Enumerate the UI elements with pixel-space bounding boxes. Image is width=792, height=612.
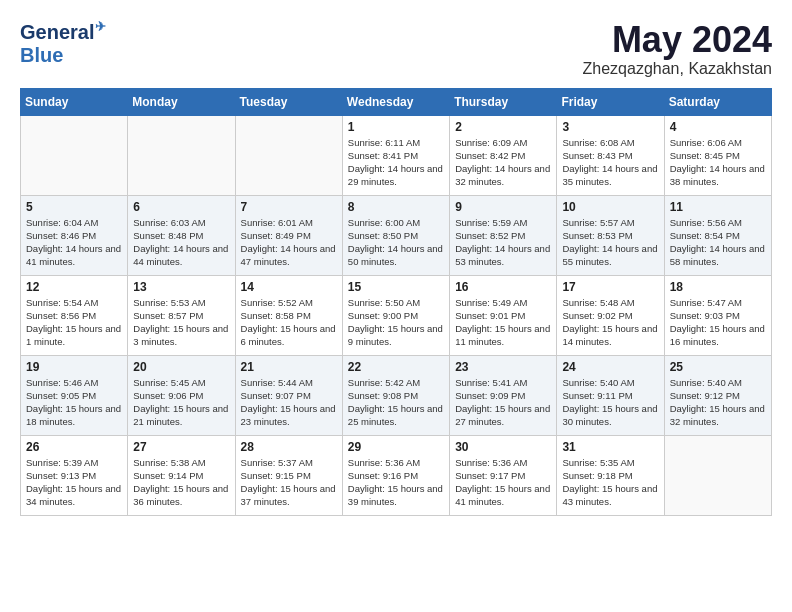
day-number: 27	[133, 440, 229, 454]
day-number: 7	[241, 200, 337, 214]
calendar-cell: 4Sunrise: 6:06 AM Sunset: 8:45 PM Daylig…	[664, 115, 771, 195]
calendar-cell: 19Sunrise: 5:46 AM Sunset: 9:05 PM Dayli…	[21, 355, 128, 435]
calendar-cell: 8Sunrise: 6:00 AM Sunset: 8:50 PM Daylig…	[342, 195, 449, 275]
calendar-cell: 7Sunrise: 6:01 AM Sunset: 8:49 PM Daylig…	[235, 195, 342, 275]
weekday-header-monday: Monday	[128, 88, 235, 115]
weekday-header-thursday: Thursday	[450, 88, 557, 115]
weekday-header-wednesday: Wednesday	[342, 88, 449, 115]
day-number: 19	[26, 360, 122, 374]
calendar-cell: 10Sunrise: 5:57 AM Sunset: 8:53 PM Dayli…	[557, 195, 664, 275]
calendar-cell	[128, 115, 235, 195]
day-info: Sunrise: 5:37 AM Sunset: 9:15 PM Dayligh…	[241, 456, 337, 509]
day-info: Sunrise: 5:41 AM Sunset: 9:09 PM Dayligh…	[455, 376, 551, 429]
day-info: Sunrise: 6:11 AM Sunset: 8:41 PM Dayligh…	[348, 136, 444, 189]
calendar-cell: 16Sunrise: 5:49 AM Sunset: 9:01 PM Dayli…	[450, 275, 557, 355]
day-info: Sunrise: 5:36 AM Sunset: 9:16 PM Dayligh…	[348, 456, 444, 509]
calendar-cell	[664, 435, 771, 515]
calendar-cell: 27Sunrise: 5:38 AM Sunset: 9:14 PM Dayli…	[128, 435, 235, 515]
day-number: 20	[133, 360, 229, 374]
logo-blue: Blue	[20, 44, 106, 66]
day-number: 15	[348, 280, 444, 294]
calendar-cell: 2Sunrise: 6:09 AM Sunset: 8:42 PM Daylig…	[450, 115, 557, 195]
day-number: 12	[26, 280, 122, 294]
weekday-header-sunday: Sunday	[21, 88, 128, 115]
calendar-cell: 30Sunrise: 5:36 AM Sunset: 9:17 PM Dayli…	[450, 435, 557, 515]
logo: General✈ Blue	[20, 20, 106, 66]
calendar-cell: 14Sunrise: 5:52 AM Sunset: 8:58 PM Dayli…	[235, 275, 342, 355]
calendar-cell: 23Sunrise: 5:41 AM Sunset: 9:09 PM Dayli…	[450, 355, 557, 435]
day-number: 18	[670, 280, 766, 294]
calendar-cell: 3Sunrise: 6:08 AM Sunset: 8:43 PM Daylig…	[557, 115, 664, 195]
day-number: 10	[562, 200, 658, 214]
day-number: 23	[455, 360, 551, 374]
day-info: Sunrise: 5:36 AM Sunset: 9:17 PM Dayligh…	[455, 456, 551, 509]
day-info: Sunrise: 5:48 AM Sunset: 9:02 PM Dayligh…	[562, 296, 658, 349]
calendar-cell	[235, 115, 342, 195]
calendar-cell: 12Sunrise: 5:54 AM Sunset: 8:56 PM Dayli…	[21, 275, 128, 355]
weekday-header-tuesday: Tuesday	[235, 88, 342, 115]
page-header: General✈ Blue May 2024 Zhezqazghan, Kaza…	[20, 20, 772, 78]
calendar-cell: 6Sunrise: 6:03 AM Sunset: 8:48 PM Daylig…	[128, 195, 235, 275]
day-number: 1	[348, 120, 444, 134]
day-number: 13	[133, 280, 229, 294]
calendar-cell: 13Sunrise: 5:53 AM Sunset: 8:57 PM Dayli…	[128, 275, 235, 355]
day-info: Sunrise: 5:59 AM Sunset: 8:52 PM Dayligh…	[455, 216, 551, 269]
calendar-cell: 17Sunrise: 5:48 AM Sunset: 9:02 PM Dayli…	[557, 275, 664, 355]
day-number: 2	[455, 120, 551, 134]
day-info: Sunrise: 6:01 AM Sunset: 8:49 PM Dayligh…	[241, 216, 337, 269]
day-info: Sunrise: 5:57 AM Sunset: 8:53 PM Dayligh…	[562, 216, 658, 269]
calendar-table: SundayMondayTuesdayWednesdayThursdayFrid…	[20, 88, 772, 516]
day-number: 11	[670, 200, 766, 214]
weekday-header-saturday: Saturday	[664, 88, 771, 115]
day-number: 21	[241, 360, 337, 374]
calendar-cell: 18Sunrise: 5:47 AM Sunset: 9:03 PM Dayli…	[664, 275, 771, 355]
calendar-cell: 21Sunrise: 5:44 AM Sunset: 9:07 PM Dayli…	[235, 355, 342, 435]
day-info: Sunrise: 5:42 AM Sunset: 9:08 PM Dayligh…	[348, 376, 444, 429]
day-number: 4	[670, 120, 766, 134]
day-info: Sunrise: 5:46 AM Sunset: 9:05 PM Dayligh…	[26, 376, 122, 429]
day-info: Sunrise: 5:47 AM Sunset: 9:03 PM Dayligh…	[670, 296, 766, 349]
day-number: 24	[562, 360, 658, 374]
calendar-cell: 9Sunrise: 5:59 AM Sunset: 8:52 PM Daylig…	[450, 195, 557, 275]
day-info: Sunrise: 5:52 AM Sunset: 8:58 PM Dayligh…	[241, 296, 337, 349]
day-number: 14	[241, 280, 337, 294]
location-subtitle: Zhezqazghan, Kazakhstan	[583, 60, 772, 78]
calendar-cell: 20Sunrise: 5:45 AM Sunset: 9:06 PM Dayli…	[128, 355, 235, 435]
day-number: 8	[348, 200, 444, 214]
day-info: Sunrise: 6:03 AM Sunset: 8:48 PM Dayligh…	[133, 216, 229, 269]
weekday-header-friday: Friday	[557, 88, 664, 115]
day-info: Sunrise: 5:50 AM Sunset: 9:00 PM Dayligh…	[348, 296, 444, 349]
calendar-cell: 1Sunrise: 6:11 AM Sunset: 8:41 PM Daylig…	[342, 115, 449, 195]
calendar-cell: 5Sunrise: 6:04 AM Sunset: 8:46 PM Daylig…	[21, 195, 128, 275]
day-info: Sunrise: 5:38 AM Sunset: 9:14 PM Dayligh…	[133, 456, 229, 509]
day-info: Sunrise: 6:00 AM Sunset: 8:50 PM Dayligh…	[348, 216, 444, 269]
day-info: Sunrise: 5:40 AM Sunset: 9:12 PM Dayligh…	[670, 376, 766, 429]
day-number: 30	[455, 440, 551, 454]
day-number: 25	[670, 360, 766, 374]
day-info: Sunrise: 5:45 AM Sunset: 9:06 PM Dayligh…	[133, 376, 229, 429]
calendar-cell: 31Sunrise: 5:35 AM Sunset: 9:18 PM Dayli…	[557, 435, 664, 515]
day-info: Sunrise: 5:39 AM Sunset: 9:13 PM Dayligh…	[26, 456, 122, 509]
day-info: Sunrise: 5:49 AM Sunset: 9:01 PM Dayligh…	[455, 296, 551, 349]
day-info: Sunrise: 5:35 AM Sunset: 9:18 PM Dayligh…	[562, 456, 658, 509]
day-info: Sunrise: 5:54 AM Sunset: 8:56 PM Dayligh…	[26, 296, 122, 349]
calendar-cell: 15Sunrise: 5:50 AM Sunset: 9:00 PM Dayli…	[342, 275, 449, 355]
logo-general: General	[20, 21, 94, 43]
day-number: 5	[26, 200, 122, 214]
day-number: 31	[562, 440, 658, 454]
day-number: 3	[562, 120, 658, 134]
calendar-cell	[21, 115, 128, 195]
calendar-cell: 11Sunrise: 5:56 AM Sunset: 8:54 PM Dayli…	[664, 195, 771, 275]
day-info: Sunrise: 6:06 AM Sunset: 8:45 PM Dayligh…	[670, 136, 766, 189]
day-info: Sunrise: 6:08 AM Sunset: 8:43 PM Dayligh…	[562, 136, 658, 189]
month-year-title: May 2024	[583, 20, 772, 60]
calendar-cell: 28Sunrise: 5:37 AM Sunset: 9:15 PM Dayli…	[235, 435, 342, 515]
day-info: Sunrise: 5:40 AM Sunset: 9:11 PM Dayligh…	[562, 376, 658, 429]
day-number: 9	[455, 200, 551, 214]
day-number: 6	[133, 200, 229, 214]
calendar-cell: 29Sunrise: 5:36 AM Sunset: 9:16 PM Dayli…	[342, 435, 449, 515]
title-block: May 2024 Zhezqazghan, Kazakhstan	[583, 20, 772, 78]
day-number: 26	[26, 440, 122, 454]
day-info: Sunrise: 6:09 AM Sunset: 8:42 PM Dayligh…	[455, 136, 551, 189]
day-info: Sunrise: 5:56 AM Sunset: 8:54 PM Dayligh…	[670, 216, 766, 269]
